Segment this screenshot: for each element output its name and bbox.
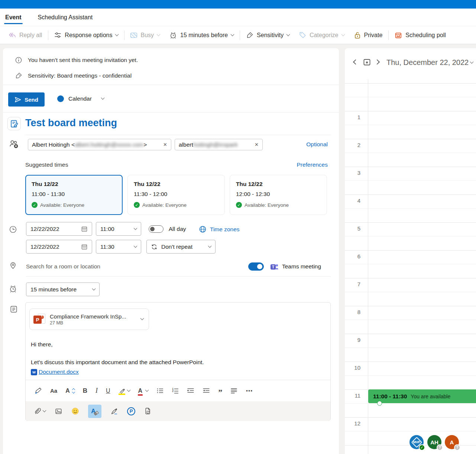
private-toggle-button[interactable]: Private bbox=[349, 28, 388, 42]
avatar-mvp[interactable]: MVP ✓ bbox=[409, 435, 424, 449]
increase-indent-button[interactable] bbox=[203, 387, 210, 394]
more-formatting-button[interactable]: ⋯ bbox=[246, 387, 253, 395]
remove-attendee-icon[interactable]: ✕ bbox=[163, 142, 167, 147]
next-day-icon[interactable] bbox=[375, 59, 380, 65]
chevron-down-icon[interactable] bbox=[145, 388, 149, 392]
date-picker-icon[interactable] bbox=[81, 244, 88, 250]
card-time: 12:00 - 12:30 bbox=[236, 191, 321, 197]
optional-attendees-link[interactable]: Optional bbox=[306, 141, 328, 148]
event-resize-handle[interactable] bbox=[377, 401, 382, 406]
reminder-dropdown[interactable]: 15 minutes before bbox=[165, 28, 239, 42]
scheduling-poll-button[interactable]: Scheduling poll bbox=[390, 28, 451, 42]
event-title-input[interactable]: Test board meeting bbox=[25, 117, 117, 129]
editor-assistant-button[interactable]: P bbox=[127, 407, 135, 415]
suggested-time-card[interactable]: Thu 12/22 11:30 - 12:00 ✓Available: Ever… bbox=[127, 175, 225, 215]
all-day-toggle[interactable] bbox=[149, 225, 163, 233]
calendar-event-block[interactable]: 11:00 - 11:30 You are available bbox=[368, 389, 476, 403]
clear-formatting-button[interactable]: A bbox=[88, 405, 101, 418]
bullet-list-button[interactable] bbox=[156, 387, 163, 394]
insert-image-button[interactable] bbox=[55, 408, 62, 415]
tab-event-label: Event bbox=[5, 14, 22, 21]
categorize-label: Categorize bbox=[310, 32, 338, 39]
reply-all-button[interactable]: Reply all bbox=[4, 28, 47, 42]
start-time-select[interactable]: 11:00 bbox=[96, 222, 141, 236]
highlight-color-button[interactable] bbox=[119, 388, 130, 393]
sensitivity-notice-banner: Sensitivity: Board meetings - confidenti… bbox=[15, 72, 132, 79]
avatar-ah[interactable]: AH ? bbox=[427, 435, 441, 449]
go-to-today-icon[interactable] bbox=[363, 58, 371, 66]
bold-button[interactable]: B bbox=[83, 387, 87, 395]
chevron-down-icon[interactable] bbox=[127, 388, 130, 392]
previous-day-icon[interactable] bbox=[353, 59, 358, 65]
teams-meeting-toggle[interactable] bbox=[248, 262, 264, 271]
message-body-editor[interactable]: P Compliance Framework InSp... 27 MB Hi … bbox=[25, 302, 331, 421]
blockquote-button[interactable]: ” bbox=[218, 391, 222, 394]
unsent-notice-text: You haven't sent this meeting invitation… bbox=[28, 57, 138, 63]
send-button[interactable]: Send bbox=[8, 92, 45, 107]
tab-scheduling-assistant[interactable]: Scheduling Assistant bbox=[36, 9, 94, 26]
draw-button[interactable] bbox=[110, 408, 118, 415]
end-time-select[interactable]: 11:30 bbox=[96, 240, 141, 254]
time-zones-link[interactable]: Time zones bbox=[210, 226, 240, 233]
align-button[interactable] bbox=[230, 387, 237, 394]
reply-all-label: Reply all bbox=[19, 32, 42, 39]
italic-button[interactable]: I bbox=[95, 387, 98, 395]
divider bbox=[25, 135, 331, 135]
end-date-input[interactable]: 12/22/2022 bbox=[26, 240, 92, 254]
document-link[interactable]: Document.docx bbox=[39, 369, 79, 375]
categorize-dropdown[interactable]: Categorize bbox=[294, 28, 349, 42]
start-date-input[interactable]: 12/22/2022 bbox=[26, 222, 92, 236]
reminder-select[interactable]: 15 minutes before bbox=[26, 282, 100, 296]
window-titlebar bbox=[0, 0, 476, 9]
preferences-link[interactable]: Preferences bbox=[297, 161, 328, 168]
decrease-indent-button[interactable] bbox=[187, 387, 194, 394]
tab-event[interactable]: Event bbox=[4, 9, 23, 26]
size-carets-icon bbox=[72, 389, 75, 393]
toolbar-divider bbox=[388, 30, 389, 40]
document-link-row: W Document.docx bbox=[31, 369, 79, 375]
attendee-chip[interactable]: Albert Hoitingh <albert.hoitingh@xxxxx.c… bbox=[28, 139, 171, 150]
tab-scheduling-assistant-label: Scheduling Assistant bbox=[38, 14, 93, 21]
font-color-button[interactable]: A bbox=[138, 388, 149, 394]
location-search-input[interactable]: Search for a room or location bbox=[26, 263, 100, 270]
event-time: 11:00 - 11:30 bbox=[373, 393, 407, 400]
remove-attendee-icon[interactable]: ✕ bbox=[255, 142, 259, 147]
avatar-a[interactable]: A ? bbox=[445, 435, 459, 449]
verified-badge: ✓ bbox=[419, 444, 425, 451]
chevron-down-icon bbox=[341, 32, 345, 36]
font-size-button[interactable]: A bbox=[65, 388, 75, 394]
show-as-busy-dropdown[interactable]: Busy bbox=[126, 28, 165, 42]
toolbar-divider bbox=[48, 30, 48, 40]
calendar-selector[interactable]: Calendar bbox=[57, 95, 104, 102]
response-options-dropdown[interactable]: Response options bbox=[49, 28, 123, 42]
suggested-time-card[interactable]: Thu 12/22 12:00 - 12:30 ✓Available: Ever… bbox=[230, 175, 327, 215]
attendee-chip-text: Albert Hoitingh <albert.hoitingh@xxxxx.c… bbox=[32, 141, 147, 148]
calendar-date-header[interactable]: Thu, December 22, 2022 bbox=[386, 58, 469, 67]
date-picker-icon[interactable] bbox=[81, 226, 88, 232]
numbered-list-button[interactable]: 12 bbox=[172, 387, 179, 394]
underline-button[interactable]: U bbox=[106, 388, 110, 394]
attendee-chip[interactable]: alberthoitingh@inspark ✕ bbox=[175, 139, 263, 150]
word-doc-icon: W bbox=[31, 369, 37, 375]
attachment-card[interactable]: P Compliance Framework InSp... 27 MB bbox=[29, 308, 149, 330]
sensitivity-dropdown[interactable]: Sensitivity bbox=[241, 28, 294, 42]
font-family-button[interactable]: Aa bbox=[50, 388, 57, 394]
repeat-dropdown[interactable]: Don't repeat bbox=[146, 240, 216, 254]
tab-bar: Event Scheduling Assistant bbox=[0, 9, 476, 26]
body-greeting[interactable]: Hi there, bbox=[31, 341, 53, 348]
chevron-down-icon[interactable] bbox=[140, 317, 144, 320]
format-painter-button[interactable] bbox=[35, 387, 42, 395]
chevron-down-icon bbox=[115, 32, 119, 36]
body-paragraph[interactable]: Let's discuss this important document an… bbox=[31, 359, 204, 366]
event-note-icon-button[interactable] bbox=[7, 117, 21, 130]
suggested-time-card[interactable]: Thu 12/22 11:00 - 11:30 ✓Available: Ever… bbox=[25, 175, 123, 215]
lock-icon bbox=[354, 32, 361, 39]
chevron-down-icon[interactable] bbox=[43, 408, 46, 412]
attach-file-button[interactable] bbox=[34, 408, 46, 415]
chevron-down-icon[interactable] bbox=[470, 60, 474, 64]
font-size-glyph: A bbox=[65, 388, 70, 394]
chevron-down-icon bbox=[101, 96, 104, 100]
insert-file-action-button[interactable] bbox=[144, 407, 152, 415]
compose-panel: You haven't sent this meeting invitation… bbox=[3, 48, 339, 454]
emoji-button[interactable] bbox=[71, 407, 79, 415]
